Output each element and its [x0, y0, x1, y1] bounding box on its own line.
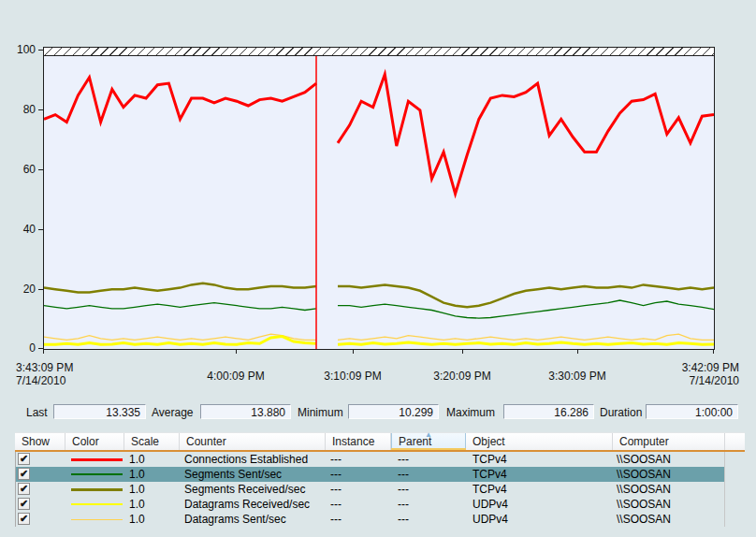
counter-row[interactable]: ✔1.0Datagrams Received/sec------UDPv4\\S…: [16, 497, 724, 512]
column-header-object[interactable]: Object: [466, 433, 613, 451]
object-cell: UDPv4: [472, 512, 508, 527]
show-checkbox[interactable]: ✔: [18, 483, 30, 495]
x-tick: [462, 349, 463, 354]
end-time: 3:42:09 PM: [655, 361, 739, 374]
column-header-blank: [725, 433, 745, 451]
minimum-label: Minimum: [298, 404, 343, 421]
counter-row[interactable]: ✔1.0Segments Sent/sec------TCPv4\\SOOSAN: [16, 467, 724, 482]
counter-cell: Datagrams Sent/sec: [184, 512, 286, 527]
last-value: 13.335: [53, 404, 146, 419]
column-header-instance[interactable]: Instance: [326, 433, 391, 451]
object-cell: TCPv4: [472, 467, 507, 482]
y-axis-label: 0: [0, 341, 36, 355]
computer-cell: \\SOOSAN: [617, 512, 671, 527]
counter-row[interactable]: ✔1.0Segments Received/sec------TCPv4\\SO…: [16, 482, 724, 497]
series-line: [44, 303, 316, 311]
object-cell: TCPv4: [472, 452, 507, 467]
column-header-color[interactable]: Color: [65, 433, 124, 451]
counter-row[interactable]: ✔1.0Connections Established------TCPv4\\…: [16, 452, 724, 467]
counter-cell: Connections Established: [184, 452, 308, 467]
parent-cell: ---: [398, 452, 409, 467]
column-header-computer[interactable]: Computer: [613, 433, 725, 451]
x-axis-end-label: 3:42:09 PM 7/14/2010: [655, 361, 739, 387]
performance-monitor-window: { "chart": { "y_axis": { "labels": ["100…: [0, 0, 756, 537]
counter-cell: Segments Received/sec: [184, 482, 305, 497]
duration-value: 1:00:00: [646, 404, 738, 419]
scale-cell: 1.0: [129, 452, 145, 467]
y-axis-label: 80: [0, 103, 36, 116]
show-checkbox[interactable]: ✔: [18, 468, 30, 480]
x-axis-start-label: 3:43:09 PM 7/14/2010: [16, 361, 73, 387]
chart-plot-area[interactable]: [43, 47, 715, 350]
instance-cell: ---: [330, 482, 342, 497]
column-header-show[interactable]: Show: [15, 433, 65, 451]
series-line: [44, 78, 316, 123]
computer-cell: \\SOOSAN: [617, 482, 671, 497]
parent-cell: ---: [398, 482, 409, 497]
x-tick: [353, 349, 354, 354]
parent-column-highlight: [391, 448, 466, 450]
counter-table-rows: ✔1.0Connections Established------TCPv4\\…: [15, 452, 725, 527]
show-checkbox[interactable]: ✔: [18, 453, 30, 465]
color-swatch: [71, 519, 123, 520]
series-line: [44, 283, 316, 293]
computer-cell: \\SOOSAN: [617, 467, 671, 482]
x-tick: [577, 349, 578, 354]
last-label: Last: [26, 404, 48, 421]
computer-cell: \\SOOSAN: [617, 497, 671, 512]
x-tick: [236, 349, 237, 354]
y-axis-label: 100: [0, 43, 36, 56]
x-axis-tick-label: 4:00:09 PM: [207, 370, 264, 383]
x-axis-tick-label: 3:20:09 PM: [433, 370, 490, 383]
color-swatch: [71, 458, 123, 461]
instance-cell: ---: [330, 512, 342, 527]
duration-label: Duration: [600, 404, 642, 421]
parent-cell: ---: [398, 497, 409, 512]
show-checkbox[interactable]: ✔: [18, 513, 30, 525]
chart-lines: [44, 48, 714, 349]
show-checkbox[interactable]: ✔: [18, 498, 30, 510]
y-axis-label: 60: [0, 163, 36, 176]
scale-cell: 1.0: [129, 512, 145, 527]
start-time: 3:43:09 PM: [16, 361, 73, 374]
column-header-scale[interactable]: Scale: [124, 433, 180, 451]
x-tick: [713, 349, 714, 354]
x-tick: [43, 349, 44, 354]
counter-cell: Datagrams Received/sec: [184, 497, 310, 512]
series-line: [338, 334, 714, 340]
scale-cell: 1.0: [129, 497, 145, 512]
series-line: [338, 284, 714, 307]
instance-cell: ---: [330, 497, 342, 512]
maximum-value: 16.286: [503, 404, 594, 419]
computer-cell: \\SOOSAN: [617, 452, 671, 467]
time-bar: [44, 48, 714, 56]
instance-cell: ---: [330, 452, 342, 467]
color-swatch: [71, 473, 123, 475]
color-swatch: [71, 503, 123, 505]
parent-cell: ---: [398, 512, 409, 527]
maximum-label: Maximum: [446, 404, 495, 421]
color-swatch: [71, 488, 123, 491]
column-header-counter[interactable]: Counter: [180, 433, 326, 451]
average-label: Average: [152, 404, 193, 421]
sort-ascending-icon: ▲: [425, 431, 432, 439]
start-date: 7/14/2010: [16, 374, 73, 387]
parent-cell: ---: [398, 467, 409, 482]
scale-cell: 1.0: [129, 467, 145, 482]
scale-cell: 1.0: [129, 482, 145, 497]
average-value: 13.880: [200, 404, 291, 419]
counter-table-header: Show Color Scale Counter Instance ▲ Pare…: [15, 432, 745, 451]
x-axis-tick-label: 3:10:09 PM: [324, 370, 381, 383]
y-axis-label: 20: [0, 283, 36, 296]
series-line: [338, 300, 714, 318]
minimum-value: 10.299: [348, 404, 439, 419]
counter-cell: Segments Sent/sec: [184, 467, 282, 482]
series-line: [338, 342, 714, 344]
x-axis-tick-label: 3:30:09 PM: [548, 370, 605, 383]
object-cell: UDPv4: [472, 497, 508, 512]
series-line: [338, 75, 714, 195]
y-axis-label: 40: [0, 223, 36, 236]
instance-cell: ---: [330, 467, 342, 482]
counter-row[interactable]: ✔1.0Datagrams Sent/sec------UDPv4\\SOOSA…: [16, 512, 724, 527]
end-date: 7/14/2010: [655, 374, 739, 387]
